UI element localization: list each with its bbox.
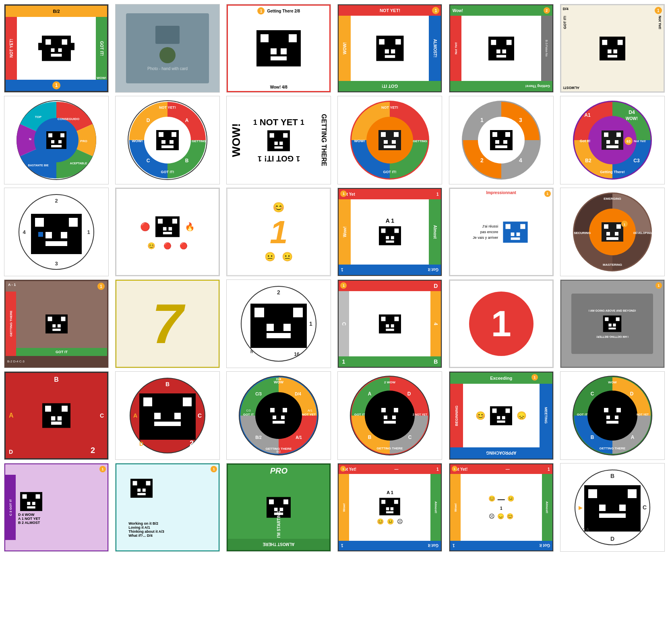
- svg-rect-281: [382, 500, 386, 504]
- svg-rect-27: [602, 39, 607, 45]
- svg-rect-75: [384, 145, 396, 148]
- svg-rect-114: [45, 232, 52, 238]
- svg-text:A/1: A/1: [308, 409, 313, 412]
- label-a1: A - 1: [8, 283, 16, 287]
- dial-icon: NOT YET! GETTING GOT IT! WOW!: [349, 100, 430, 180]
- svg-rect-123: [158, 219, 163, 223]
- card-22: 1 D 1 B C 4 1: [337, 279, 442, 368]
- svg-rect-6: [38, 43, 42, 50]
- svg-rect-15: [379, 39, 385, 45]
- circle-icon: B C D ▶ 1A: [574, 469, 651, 546]
- svg-rect-180: [609, 324, 612, 327]
- left-label: Wow!: [453, 503, 457, 511]
- svg-text:D/4: D/4: [276, 377, 281, 381]
- svg-rect-144: [616, 224, 621, 229]
- svg-rect-21: [491, 39, 496, 45]
- svg-text:A1: A1: [584, 112, 591, 118]
- svg-rect-244: [497, 420, 505, 423]
- card-7: CONSEGUIDO PRO ACEPTABLE BASTANTE BIE N …: [4, 96, 109, 184]
- svg-rect-135: [506, 224, 511, 229]
- circle-icon: 2 1 3 4: [18, 194, 95, 270]
- svg-rect-2: [62, 39, 68, 45]
- dial-icon: EMERGING DEVELOPING MASTERING SECURING 1: [572, 192, 653, 272]
- svg-text:Getting There!: Getting There!: [600, 170, 625, 174]
- svg-rect-175: [391, 324, 394, 327]
- svg-rect-176: [386, 329, 394, 331]
- svg-rect-86: [503, 140, 507, 144]
- big-number: 1: [270, 216, 288, 248]
- svg-text:B: B: [185, 158, 189, 163]
- svg-rect-184: [45, 406, 51, 412]
- red-number: 1: [469, 292, 533, 356]
- svg-text:GOT IT: GOT IT: [243, 413, 254, 416]
- svg-text:2: 2: [277, 289, 280, 296]
- badge: 1: [257, 7, 265, 14]
- svg-rect-116: [45, 241, 67, 246]
- svg-rect-291: [619, 505, 626, 511]
- svg-rect-240: [492, 408, 497, 413]
- svg-rect-29: [608, 49, 612, 53]
- svg-rect-22: [506, 39, 511, 45]
- svg-rect-182: [609, 328, 616, 330]
- top-label: I AM GOING ABOVE AND BEYOND!: [589, 309, 636, 312]
- svg-text:3: 3: [519, 117, 522, 123]
- badge: 2: [544, 7, 550, 14]
- svg-rect-290: [599, 505, 606, 511]
- svg-rect-251: [615, 416, 618, 419]
- badge: 1: [97, 283, 105, 290]
- label-1: J'ai réussi: [482, 224, 498, 228]
- right-label: GOT IT!: [99, 41, 104, 56]
- svg-text:▶: ▶: [578, 505, 582, 511]
- svg-rect-30: [613, 49, 617, 53]
- svg-rect-288: [588, 489, 597, 498]
- svg-rect-248: [604, 408, 608, 412]
- svg-rect-4: [58, 48, 62, 52]
- svg-rect-188: [51, 422, 62, 425]
- sub-label: WOW!: [97, 76, 106, 80]
- badge: 1: [531, 374, 538, 381]
- svg-rect-242: [497, 416, 500, 419]
- svg-rect-113: [69, 218, 78, 227]
- emoji-top: 😊: [273, 202, 285, 213]
- invader-icon: [18, 490, 44, 513]
- right-label: C: [100, 412, 104, 419]
- cell-label: A 1: [387, 490, 393, 495]
- svg-text:EMERGING: EMERGING: [604, 197, 621, 201]
- svg-rect-96: [616, 132, 621, 137]
- svg-rect-195: [154, 422, 181, 426]
- svg-text:WOW: WOW: [608, 381, 617, 384]
- svg-rect-282: [394, 500, 398, 504]
- svg-rect-64: [283, 133, 288, 138]
- invader-icon: [43, 313, 70, 335]
- svg-text:GOT IT: GOT IT: [577, 413, 587, 416]
- bottom-left: 1: [342, 358, 345, 365]
- svg-text:4: 4: [519, 157, 522, 163]
- svg-text:1: 1: [87, 229, 90, 235]
- svg-rect-53: [161, 145, 174, 148]
- svg-text:4: 4: [23, 229, 26, 235]
- mid-label: I'M STARTING: [277, 511, 281, 538]
- svg-text:NOT YET!: NOT YET!: [382, 106, 399, 110]
- sub-label: B-2 D-4 C-3: [7, 360, 25, 363]
- card-27: WOW D/4 NOT YET A/1 GETTING THERE B/2 GO…: [226, 371, 331, 460]
- svg-text:63: 63: [627, 139, 631, 143]
- dial-icon: WOW D/4 NOT YET A/1 GETTING THERE B/2 GO…: [238, 375, 319, 456]
- svg-rect-17: [385, 50, 389, 54]
- svg-rect-50: [172, 132, 176, 137]
- badge: 1: [211, 466, 217, 472]
- circle-icon: 2 1 h 16: [240, 286, 317, 362]
- invader-icon: [40, 401, 72, 430]
- badge: 1: [55, 83, 58, 88]
- svg-rect-241: [506, 408, 510, 413]
- card-28: 2 WOW 2 NOT YET GETTING THERE GOT IT D C…: [337, 371, 442, 460]
- bottom-label: ALMOST!: [563, 86, 579, 90]
- bottom-label: Got it: [540, 544, 550, 548]
- line-4: 1GOT IT!1: [258, 154, 300, 163]
- label-2: pas encore: [480, 230, 498, 234]
- svg-text:C: C: [408, 434, 412, 440]
- svg-text:C: C: [590, 391, 594, 397]
- svg-rect-132: [391, 236, 394, 239]
- svg-rect-66: [279, 142, 283, 145]
- top-label: NOT YET!: [380, 8, 400, 13]
- svg-rect-9: [261, 34, 269, 42]
